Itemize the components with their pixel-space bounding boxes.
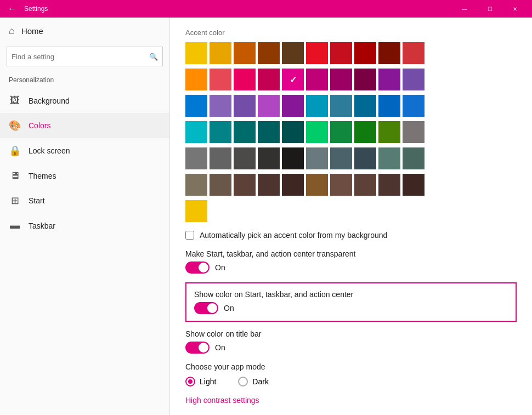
color-grid-row-1 [185, 69, 517, 90]
color-swatch[interactable] [403, 42, 425, 64]
color-swatch[interactable] [306, 42, 328, 64]
radio-dark[interactable]: Dark [238, 377, 269, 386]
color-swatch[interactable] [234, 147, 256, 169]
color-swatch[interactable] [403, 174, 425, 196]
color-swatch[interactable] [234, 42, 256, 64]
radio-light[interactable]: Light [185, 377, 216, 386]
color-swatch[interactable] [330, 174, 352, 196]
color-swatch[interactable] [185, 42, 207, 64]
color-swatch[interactable] [210, 95, 231, 117]
high-contrast-link[interactable]: High contrast settings [185, 396, 259, 405]
color-swatch[interactable] [258, 174, 280, 196]
color-swatch[interactable] [258, 69, 280, 90]
color-swatch[interactable] [210, 147, 231, 169]
color-swatch[interactable] [306, 121, 328, 143]
color-swatch[interactable] [330, 42, 352, 64]
back-button[interactable]: ← [4, 1, 20, 16]
sidebar-home[interactable]: ⌂ Home [0, 18, 169, 44]
app-mode-label: Choose your app mode [185, 362, 517, 371]
minimize-button[interactable]: — [452, 0, 477, 18]
color-swatch[interactable] [282, 147, 304, 169]
radio-dark-label: Dark [252, 377, 269, 386]
color-swatch[interactable] [234, 121, 256, 143]
color-swatch[interactable] [330, 147, 352, 169]
color-swatch[interactable] [210, 121, 231, 143]
color-swatch[interactable] [258, 147, 280, 169]
transparent-toggle[interactable] [185, 261, 210, 274]
maximize-button[interactable]: ☐ [477, 0, 502, 18]
color-swatch[interactable] [354, 121, 376, 143]
home-label: Home [21, 26, 43, 36]
color-swatch[interactable] [378, 147, 400, 169]
sidebar-item-taskbar[interactable]: ▬ Taskbar [0, 213, 169, 238]
color-swatch[interactable] [234, 95, 256, 117]
app-mode-section: Choose your app mode Light Dark [185, 362, 517, 386]
color-swatch[interactable] [354, 95, 376, 117]
color-swatch[interactable] [403, 147, 425, 169]
auto-pick-label[interactable]: Automatically pick an accent color from … [200, 231, 387, 240]
show-color-start-toggle[interactable] [194, 302, 218, 314]
color-swatch[interactable] [185, 69, 207, 90]
color-swatch[interactable] [378, 42, 400, 64]
sidebar-item-start[interactable]: ⊞ Start [0, 188, 169, 213]
color-swatch[interactable] [258, 42, 280, 64]
color-swatch[interactable] [185, 174, 207, 196]
sidebar-item-themes[interactable]: 🖥 Themes [0, 163, 169, 188]
color-swatch[interactable] [330, 69, 352, 90]
color-swatch[interactable] [330, 95, 352, 117]
color-swatch[interactable] [185, 95, 207, 117]
color-swatch[interactable] [354, 147, 376, 169]
color-swatch[interactable] [354, 42, 376, 64]
sidebar-item-lockscreen[interactable]: 🔒 Lock screen [0, 138, 169, 163]
search-box: 🔍 [7, 47, 163, 66]
search-input[interactable] [7, 53, 145, 61]
color-swatch[interactable] [282, 174, 304, 196]
close-button[interactable]: ✕ [502, 0, 528, 18]
color-swatch[interactable] [210, 174, 231, 196]
color-swatch[interactable] [185, 121, 207, 143]
color-swatch[interactable] [210, 69, 231, 90]
window-title: Settings [24, 5, 452, 13]
color-swatch[interactable] [378, 95, 400, 117]
color-swatch[interactable] [354, 69, 376, 90]
sidebar-item-colors[interactable]: 🎨 Colors [0, 113, 169, 138]
color-swatch[interactable] [330, 121, 352, 143]
color-swatch[interactable] [354, 174, 376, 196]
lockscreen-icon: 🔒 [9, 145, 21, 157]
color-swatch[interactable] [282, 69, 304, 90]
auto-pick-checkbox[interactable] [185, 231, 194, 240]
sidebar-item-label: Taskbar [29, 221, 55, 230]
color-swatch[interactable] [403, 69, 425, 90]
sidebar-item-label: Colors [29, 121, 50, 130]
taskbar-icon: ▬ [9, 220, 21, 231]
color-swatch[interactable] [282, 42, 304, 64]
sidebar-item-background[interactable]: 🖼 Background [0, 88, 169, 113]
sidebar-item-label: Start [29, 196, 45, 205]
show-color-titlebar-toggle-row: On [185, 342, 517, 354]
color-swatch[interactable] [282, 95, 304, 117]
color-swatch[interactable] [306, 95, 328, 117]
window-controls: — ☐ ✕ [452, 0, 528, 18]
color-swatch[interactable] [306, 147, 328, 169]
color-swatch[interactable] [306, 69, 328, 90]
custom-color-swatch[interactable] [185, 200, 207, 222]
color-swatch[interactable] [403, 95, 425, 117]
home-icon: ⌂ [9, 25, 15, 37]
color-swatch[interactable] [234, 174, 256, 196]
color-swatch[interactable] [282, 121, 304, 143]
color-grid-row-4 [185, 147, 517, 169]
color-grid-row-2 [185, 95, 517, 117]
show-color-titlebar-toggle[interactable] [185, 342, 210, 354]
color-swatch[interactable] [378, 174, 400, 196]
color-swatch[interactable] [378, 69, 400, 90]
show-color-titlebar-toggle-text: On [215, 343, 225, 352]
color-swatch[interactable] [378, 121, 400, 143]
color-swatch[interactable] [210, 42, 231, 64]
color-swatch[interactable] [306, 174, 328, 196]
show-color-titlebar-label: Show color on title bar [185, 329, 517, 338]
color-swatch[interactable] [234, 69, 256, 90]
color-swatch[interactable] [258, 95, 280, 117]
color-swatch[interactable] [185, 147, 207, 169]
color-swatch[interactable] [403, 121, 425, 143]
color-swatch[interactable] [258, 121, 280, 143]
